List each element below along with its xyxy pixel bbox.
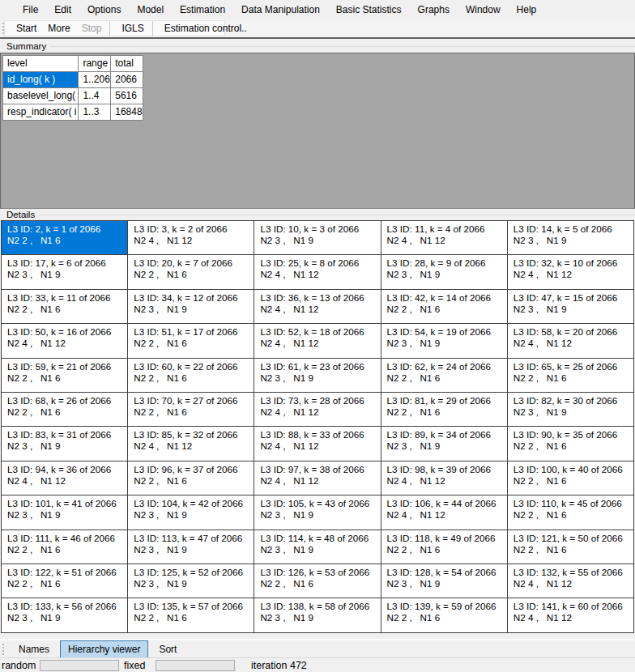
summary-table-row[interactable]: resp_indicator( i ) 1..3 16848	[3, 104, 143, 121]
detail-cell[interactable]: L3 ID: 14, k = 5 of 2066 N2 3 , N1 9	[508, 221, 634, 255]
summary-level-cell[interactable]: baselevel_long( j )	[3, 88, 79, 104]
detail-cell[interactable]: L3 ID: 122, k = 51 of 2066 N2 2 , N1 6	[2, 564, 128, 598]
detail-cell[interactable]: L3 ID: 82, k = 30 of 2066 N2 3 , N1 9	[508, 393, 634, 427]
detail-cell[interactable]: L3 ID: 105, k = 43 of 2066 N2 3 , N1 9	[254, 495, 381, 530]
tab-names[interactable]: Names	[11, 640, 58, 658]
detail-cell[interactable]: L3 ID: 59, k = 21 of 2066 N2 2 , N1 6	[2, 359, 128, 393]
igls-button[interactable]: IGLS	[116, 21, 152, 36]
detail-cell[interactable]: L3 ID: 114, k = 48 of 2066 N2 3 , N1 9	[254, 530, 381, 564]
detail-cell[interactable]: L3 ID: 20, k = 7 of 2066 N2 2 , N1 6	[128, 255, 254, 289]
detail-cell-id-line: L3 ID: 89, k = 34 of 2066	[387, 429, 505, 440]
detail-cell[interactable]: L3 ID: 28, k = 9 of 2066 N2 3 , N1 9	[381, 255, 508, 289]
tab-sort[interactable]: Sort	[151, 640, 185, 658]
menu-item-model[interactable]: Model	[129, 1, 172, 19]
detail-cell[interactable]: L3 ID: 106, k = 44 of 2066 N2 4 , N1 12	[381, 495, 508, 530]
detail-cell[interactable]: L3 ID: 60, k = 22 of 2066 N2 2 , N1 6	[128, 359, 254, 393]
detail-cell[interactable]: L3 ID: 50, k = 16 of 2066 N2 4 , N1 12	[2, 324, 128, 358]
detail-cell[interactable]: L3 ID: 132, k = 55 of 2066 N2 4 , N1 12	[508, 564, 634, 598]
detail-cell[interactable]: L3 ID: 139, k = 59 of 2066 N2 2 , N1 6	[381, 598, 508, 632]
menu-item-file[interactable]: File	[15, 1, 46, 19]
detail-cell[interactable]: L3 ID: 68, k = 26 of 2066 N2 2 , N1 6	[2, 393, 128, 427]
detail-cell-id-line: L3 ID: 50, k = 16 of 2066	[7, 326, 126, 338]
detail-cell-counts-line: N2 2 , N1 6	[387, 372, 505, 384]
detail-cell[interactable]: L3 ID: 52, k = 18 of 2066 N2 4 , N1 12	[254, 324, 381, 358]
detail-cell[interactable]: L3 ID: 42, k = 14 of 2066 N2 2 , N1 6	[381, 290, 508, 324]
detail-cell[interactable]: L3 ID: 89, k = 34 of 2066 N2 3 , N1 9	[381, 427, 508, 461]
tab-hierarchy-viewer[interactable]: Hierarchy viewer	[60, 640, 148, 658]
detail-cell[interactable]: L3 ID: 104, k = 42 of 2066 N2 3 , N1 9	[128, 495, 254, 530]
detail-cell[interactable]: L3 ID: 98, k = 39 of 2066 N2 4 , N1 12	[381, 461, 508, 495]
detail-cell[interactable]: L3 ID: 85, k = 32 of 2066 N2 4 , N1 12	[128, 427, 254, 461]
detail-cell[interactable]: L3 ID: 83, k = 31 of 2066 N2 3 , N1 9	[2, 427, 128, 461]
detail-cell-id-line: L3 ID: 122, k = 51 of 2066	[7, 567, 126, 578]
detail-cell-counts-line: N2 4 , N1 12	[260, 406, 378, 418]
detail-cell[interactable]: L3 ID: 10, k = 3 of 2066 N2 3 , N1 9	[254, 221, 381, 255]
detail-cell[interactable]: L3 ID: 47, k = 15 of 2066 N2 3 , N1 9	[508, 290, 634, 324]
detail-cell[interactable]: L3 ID: 73, k = 28 of 2066 N2 4 , N1 12	[254, 393, 381, 427]
detail-cell[interactable]: L3 ID: 58, k = 20 of 2066 N2 4 , N1 12	[508, 324, 634, 358]
estimation-control-button[interactable]: Estimation control..	[159, 21, 253, 36]
detail-cell[interactable]: L3 ID: 128, k = 54 of 2066 N2 3 , N1 9	[381, 564, 508, 598]
detail-cell[interactable]: L3 ID: 34, k = 12 of 2066 N2 3 , N1 9	[128, 290, 254, 324]
detail-cell-counts-line: N2 4 , N1 12	[387, 509, 505, 521]
detail-cell[interactable]: L3 ID: 25, k = 8 of 2066 N2 4 , N1 12	[254, 255, 381, 289]
detail-cell[interactable]: L3 ID: 96, k = 37 of 2066 N2 2 , N1 6	[128, 461, 254, 495]
summary-table-row[interactable]: id_long( k ) 1..2066 2066	[3, 72, 143, 88]
summary-table-row[interactable]: baselevel_long( j ) 1..4 5616	[3, 88, 143, 104]
summary-range-cell: 1..4	[79, 88, 111, 104]
summary-level-cell[interactable]: id_long( k )	[3, 72, 79, 88]
detail-cell[interactable]: L3 ID: 101, k = 41 of 2066 N2 3 , N1 9	[2, 495, 128, 530]
detail-cell[interactable]: L3 ID: 110, k = 45 of 2066 N2 2 , N1 6	[508, 495, 634, 530]
more-button[interactable]: More	[42, 21, 75, 36]
detail-cell[interactable]: L3 ID: 126, k = 53 of 2066 N2 2 , N1 6	[254, 564, 381, 598]
detail-cell[interactable]: L3 ID: 3, k = 2 of 2066 N2 4 , N1 12	[128, 221, 254, 255]
detail-cell-counts-line: N2 3 , N1 9	[260, 509, 378, 521]
detail-cell[interactable]: L3 ID: 138, k = 58 of 2066 N2 3 , N1 9	[254, 598, 381, 632]
detail-cell[interactable]: L3 ID: 135, k = 57 of 2066 N2 2 , N1 6	[128, 598, 254, 632]
detail-cell[interactable]: L3 ID: 36, k = 13 of 2066 N2 4 , N1 12	[254, 290, 381, 324]
detail-cell[interactable]: L3 ID: 62, k = 24 of 2066 N2 2 , N1 6	[381, 359, 508, 393]
menu-item-edit[interactable]: Edit	[46, 1, 79, 19]
detail-cell[interactable]: L3 ID: 125, k = 52 of 2066 N2 3 , N1 9	[128, 564, 254, 598]
detail-cell[interactable]: L3 ID: 65, k = 25 of 2066 N2 2 , N1 6	[508, 359, 634, 393]
detail-cell[interactable]: L3 ID: 32, k = 10 of 2066 N2 4 , N1 12	[508, 255, 634, 289]
menu-item-estimation[interactable]: Estimation	[172, 1, 233, 19]
menu-item-help[interactable]: Help	[509, 1, 545, 19]
detail-cell[interactable]: L3 ID: 100, k = 40 of 2066 N2 2 , N1 6	[508, 461, 634, 495]
detail-cell[interactable]: L3 ID: 141, k = 60 of 2066 N2 4 , N1 12	[508, 598, 634, 632]
menu-item-data-manipulation[interactable]: Data Manipulation	[233, 1, 328, 19]
detail-cell[interactable]: L3 ID: 54, k = 19 of 2066 N2 3 , N1 9	[381, 324, 508, 358]
detail-cell-counts-line: N2 4 , N1 12	[387, 235, 505, 246]
summary-level-cell[interactable]: resp_indicator( i )	[3, 104, 79, 121]
detail-cell[interactable]: L3 ID: 70, k = 27 of 2066 N2 2 , N1 6	[128, 393, 254, 427]
detail-cell[interactable]: L3 ID: 121, k = 50 of 2066 N2 2 , N1 6	[508, 530, 634, 564]
detail-cell[interactable]: L3 ID: 33, k = 11 of 2066 N2 2 , N1 6	[2, 290, 128, 324]
detail-cell-counts-line: N2 4 , N1 12	[7, 475, 126, 487]
detail-cell-counts-line: N2 4 , N1 12	[260, 475, 378, 487]
detail-cell[interactable]: L3 ID: 113, k = 47 of 2066 N2 3 , N1 9	[128, 530, 254, 564]
detail-cell[interactable]: L3 ID: 88, k = 33 of 2066 N2 4 , N1 12	[254, 427, 381, 461]
menu-item-options[interactable]: Options	[79, 1, 129, 19]
fixed-progress-label: fixed	[124, 660, 147, 671]
menu-item-graphs[interactable]: Graphs	[410, 1, 458, 19]
detail-cell[interactable]: L3 ID: 118, k = 49 of 2066 N2 2 , N1 6	[381, 530, 508, 564]
detail-cell[interactable]: L3 ID: 61, k = 23 of 2066 N2 3 , N1 9	[254, 359, 381, 393]
detail-cell[interactable]: L3 ID: 51, k = 17 of 2066 N2 2 , N1 6	[128, 324, 254, 358]
detail-cell[interactable]: L3 ID: 90, k = 35 of 2066 N2 2 , N1 6	[508, 427, 634, 461]
detail-cell-counts-line: N2 2 , N1 6	[134, 612, 252, 623]
detail-cell[interactable]: L3 ID: 133, k = 56 of 2066 N2 3 , N1 9	[2, 598, 128, 632]
detail-cell[interactable]: L3 ID: 11, k = 4 of 2066 N2 4 , N1 12	[381, 221, 508, 255]
detail-cell-id-line: L3 ID: 110, k = 45 of 2066	[514, 498, 632, 509]
start-button[interactable]: Start	[11, 21, 42, 36]
stop-button[interactable]: Stop	[76, 21, 111, 36]
summary-range-cell: 1..3	[79, 104, 111, 121]
detail-cell[interactable]: L3 ID: 81, k = 29 of 2066 N2 2 , N1 6	[381, 393, 508, 427]
detail-cell[interactable]: L3 ID: 111, k = 46 of 2066 N2 2 , N1 6	[2, 530, 128, 564]
detail-cell[interactable]: L3 ID: 17, k = 6 of 2066 N2 3 , N1 9	[2, 255, 128, 289]
menu-item-window[interactable]: Window	[458, 1, 509, 19]
tab-bar-grip	[2, 644, 5, 655]
detail-cell[interactable]: L3 ID: 94, k = 36 of 2066 N2 4 , N1 12	[2, 461, 128, 495]
detail-cell[interactable]: L3 ID: 97, k = 38 of 2066 N2 4 , N1 12	[254, 461, 381, 495]
menu-item-basic-statistics[interactable]: Basic Statistics	[328, 1, 410, 19]
detail-cell[interactable]: L3 ID: 2, k = 1 of 2066 N2 2 , N1 6	[2, 221, 128, 255]
